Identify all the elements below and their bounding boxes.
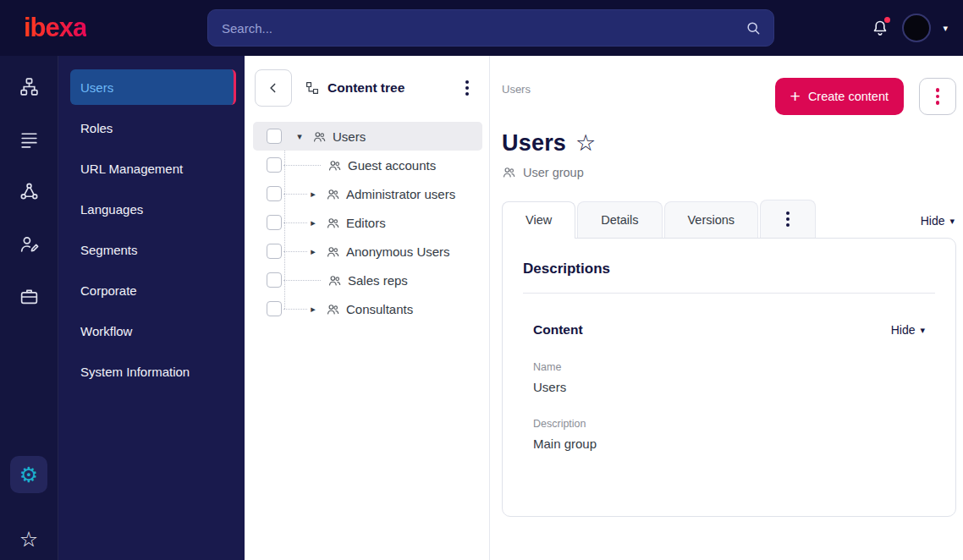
descriptions-card: Descriptions Content Hide ▾ Name Users D…	[502, 238, 956, 517]
search-input[interactable]	[208, 10, 773, 46]
content-type-row: User group	[502, 165, 956, 179]
sidebar-item-url-management[interactable]: URL Management	[70, 151, 236, 186]
plus-icon: +	[790, 87, 801, 105]
tree-item-users[interactable]: ▾ Users	[253, 122, 482, 151]
sidebar-item-label: Users	[80, 80, 113, 95]
avatar[interactable]	[902, 14, 931, 42]
favorite-star-icon[interactable]: ☆	[575, 132, 596, 155]
title-row: Users ☆	[502, 130, 956, 156]
back-chevron-icon	[265, 80, 282, 96]
sidebar-item-users[interactable]: Users	[70, 69, 236, 105]
tab-label: View	[526, 213, 552, 227]
tab-details[interactable]: Details	[577, 201, 662, 238]
content-tree-panel: Content tree ▾ Users Guest accounts	[245, 56, 490, 560]
global-search	[207, 9, 774, 47]
bookmarks-star-icon[interactable]: ☆	[19, 529, 38, 550]
content-type-label: User group	[523, 166, 584, 179]
kebab-menu-icon	[936, 88, 940, 105]
app-window: ibexa ▾ ⚙ ☆ U	[0, 0, 963, 560]
toolbox-icon[interactable]	[18, 285, 40, 307]
field-value-description: Main group	[523, 436, 935, 451]
tree-connector	[283, 194, 307, 195]
tree-item-administrator-users[interactable]: ▸ Administrator users	[253, 179, 482, 208]
tree-item-label: Sales reps	[348, 273, 408, 288]
breadcrumb: Users	[502, 83, 531, 96]
search-icon[interactable]	[745, 19, 762, 36]
caret-down-icon[interactable]: ▾	[294, 131, 305, 142]
sidebar-item-roles[interactable]: Roles	[70, 110, 236, 145]
field-value-name: Users	[523, 380, 935, 394]
tab-view[interactable]: View	[502, 201, 575, 239]
ibexa-logo[interactable]: ibexa	[24, 13, 86, 42]
tab-versions[interactable]: Versions	[664, 201, 759, 238]
tree-item-label: Consultants	[346, 302, 413, 316]
tree-item-checkbox[interactable]	[267, 186, 282, 201]
page-title: Users	[502, 130, 566, 156]
tree-item-anonymous-users[interactable]: ▸ Anonymous Users	[253, 237, 482, 266]
tree-item-checkbox[interactable]	[267, 272, 282, 288]
tree-connector	[283, 280, 321, 281]
content-tree-icon	[305, 80, 320, 96]
sidebar-item-languages[interactable]: Languages	[70, 191, 236, 227]
collapse-tree-button[interactable]	[255, 69, 292, 107]
content-tree-title: Content tree	[305, 80, 404, 96]
sidebar-item-label: Roles	[80, 121, 113, 135]
tree-connector	[283, 165, 321, 166]
notifications-bell-icon[interactable]	[870, 18, 890, 38]
hide-toggle[interactable]: Hide ▾	[921, 214, 956, 238]
field-label-name: Name	[523, 361, 935, 373]
caret-right-icon[interactable]: ▸	[307, 246, 319, 257]
app-body: ⚙ ☆ Users Roles URL Management Languages…	[0, 56, 963, 560]
divider	[523, 293, 935, 294]
tree-item-editors[interactable]: ▸ Editors	[253, 208, 482, 237]
user-menu-caret-icon[interactable]: ▾	[943, 23, 948, 34]
sidebar-item-label: Segments	[80, 243, 138, 257]
sidebar-item-corporate[interactable]: Corporate	[70, 272, 236, 308]
relations-icon[interactable]	[18, 180, 40, 202]
kebab-menu-icon	[786, 211, 790, 227]
tree-item-label: Anonymous Users	[346, 244, 450, 259]
tree-item-label: Editors	[346, 216, 386, 230]
settings-gear-icon[interactable]: ⚙	[10, 456, 47, 493]
hide-label: Hide	[921, 214, 945, 228]
tree-item-checkbox[interactable]	[267, 215, 282, 230]
sidebar-item-workflow[interactable]: Workflow	[70, 313, 236, 349]
sidebar-item-system-information[interactable]: System Information	[70, 354, 236, 389]
tree-item-checkbox[interactable]	[267, 244, 282, 259]
header-actions: + Create content	[775, 78, 956, 115]
tree-item-guest-accounts[interactable]: Guest accounts	[253, 151, 482, 179]
tab-more-kebab[interactable]	[760, 200, 816, 238]
user-group-icon	[327, 273, 342, 288]
tree-item-checkbox[interactable]	[267, 129, 282, 144]
tree-item-label: Administrator users	[346, 187, 455, 201]
tree-connector	[283, 309, 307, 310]
caret-right-icon[interactable]: ▸	[307, 217, 319, 228]
content-list-icon[interactable]	[18, 128, 40, 150]
tab-bar: View Details Versions Hide ▾	[502, 200, 956, 238]
tree-item-checkbox[interactable]	[267, 157, 282, 173]
sidebar-item-label: Workflow	[80, 324, 132, 338]
content-tree-header: Content tree	[245, 56, 489, 117]
create-content-label: Create content	[808, 90, 889, 103]
user-group-icon	[326, 216, 340, 230]
tree-connector	[283, 222, 307, 223]
section-hide-toggle[interactable]: Hide ▾	[891, 323, 935, 337]
logo-wrap: ibexa	[0, 13, 207, 43]
sidebar-item-segments[interactable]: Segments	[70, 232, 236, 267]
tree-item-sales-reps[interactable]: Sales reps	[253, 266, 482, 294]
user-group-icon	[312, 129, 327, 144]
content-tree-list: ▾ Users Guest accounts ▸ Administrator u…	[245, 117, 489, 323]
main-content: Users + Create content Users ☆ User gr	[490, 56, 963, 560]
content-structure-icon[interactable]	[18, 75, 40, 97]
sidebar-item-label: URL Management	[80, 162, 183, 176]
topbar: ibexa ▾	[0, 0, 963, 56]
tree-item-checkbox[interactable]	[267, 301, 282, 316]
tree-item-consultants[interactable]: ▸ Consultants	[253, 294, 482, 323]
caret-right-icon[interactable]: ▸	[307, 304, 319, 315]
context-kebab-menu-button[interactable]	[919, 78, 956, 115]
tree-item-label: Guest accounts	[348, 158, 436, 173]
create-content-button[interactable]: + Create content	[775, 78, 904, 115]
tree-kebab-menu-icon[interactable]	[457, 78, 477, 98]
user-edit-icon[interactable]	[18, 233, 40, 255]
caret-right-icon[interactable]: ▸	[307, 189, 319, 200]
